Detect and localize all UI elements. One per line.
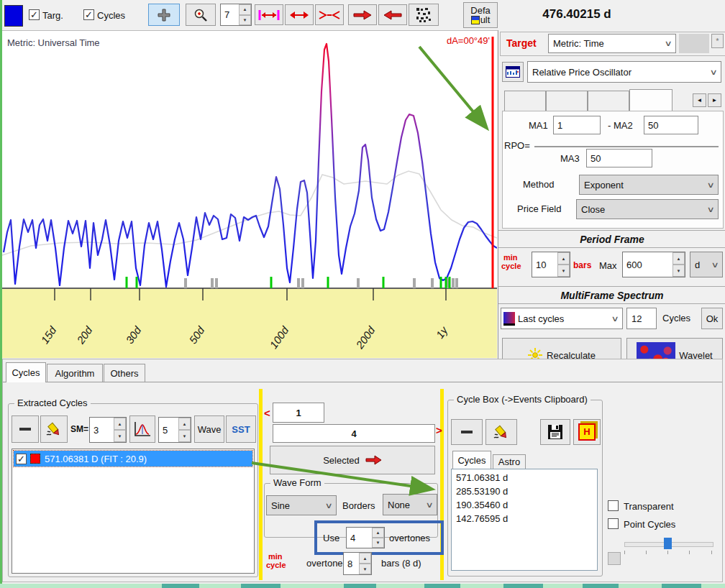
price-field-select[interactable]: Close∨	[576, 199, 719, 219]
shift-left-button[interactable]	[378, 4, 407, 25]
min-cycle-value[interactable]: 10	[532, 252, 557, 277]
bounded-range-button[interactable]	[255, 4, 283, 25]
save-cycles-button[interactable]	[540, 419, 570, 445]
erase-cycles-button[interactable]	[40, 415, 68, 443]
slider-thumb[interactable]	[664, 538, 672, 549]
cycle-box-item[interactable]: 285.53190 d	[456, 486, 508, 497]
oscillator-tab-4[interactable]	[629, 89, 672, 111]
tab-scroll-left-button[interactable]: ◄	[693, 93, 706, 107]
min-cycle-spinner[interactable]: 10 ▲▼	[532, 252, 570, 277]
zoom-level-up[interactable]: ▲	[239, 4, 251, 15]
tab-others[interactable]: Others	[104, 364, 145, 382]
min-cycle-up[interactable]: ▲	[557, 252, 570, 265]
sm-value[interactable]: 3	[90, 418, 114, 442]
method-select[interactable]: Exponent∨	[579, 175, 719, 195]
zoom-button[interactable]	[186, 4, 216, 26]
sm-spinner[interactable]: 3 ▲▼	[89, 417, 127, 443]
method-label: Method	[523, 179, 554, 190]
overtones-value[interactable]: 4	[347, 528, 372, 548]
window-left-border	[0, 0, 2, 584]
cycle-enabled-checkbox[interactable]: ✓	[16, 454, 27, 464]
cycle-count-input[interactable]: 4	[273, 424, 435, 443]
ma2-input[interactable]: 50	[644, 116, 698, 134]
ok-button[interactable]: Ok	[701, 308, 723, 329]
overtones-down[interactable]: ▼	[372, 538, 384, 548]
wave-button-label: Wave	[198, 424, 222, 435]
oscillator-select[interactable]: Relative Price Oscillator∨	[527, 61, 721, 83]
cycle-box-tab-astro[interactable]: Astro	[493, 454, 526, 469]
tab-algorithm[interactable]: Algorithm	[47, 364, 103, 382]
cycle-box-erase-button[interactable]	[485, 419, 517, 445]
targ-checkbox[interactable]: ✓	[29, 9, 40, 20]
extracted-cycle-row[interactable]: ✓ 571.06381 D (FIT : 20.9)	[14, 451, 252, 467]
expand-range-button[interactable]	[285, 4, 314, 25]
wave-type-select[interactable]: Sine∨	[266, 495, 337, 515]
indicator-chart-button[interactable]	[502, 62, 524, 82]
max-cycle-spinner[interactable]: 600 ▲▼	[622, 252, 685, 277]
cycle-box-remove-button[interactable]	[451, 419, 483, 445]
overtone-up[interactable]: ▲	[359, 553, 371, 564]
cycle-box-list[interactable]: 571.06381 d 285.53190 d 190.35460 d 142.…	[451, 469, 598, 571]
oscillator-tab-3[interactable]	[588, 91, 629, 111]
metric-select[interactable]: Metric: Time∨	[548, 34, 676, 53]
cycles-count-input[interactable]: 12	[626, 308, 657, 329]
extracted-cycles-list[interactable]: ✓ 571.06381 D (FIT : 20.9)	[12, 449, 255, 574]
pattern-button[interactable]	[409, 4, 439, 26]
target-label: Target	[506, 37, 537, 49]
default-button[interactable]: Defa ult	[463, 2, 498, 28]
overtone-value[interactable]: 8	[344, 553, 359, 574]
sm-up[interactable]: ▲	[114, 418, 126, 430]
selected-button[interactable]: Selected	[270, 446, 435, 474]
ma3-label: MA3	[560, 153, 580, 164]
ma1-input[interactable]: 1	[553, 116, 601, 134]
oscillator-tab-2[interactable]	[546, 91, 588, 111]
point-cycles-checkbox[interactable]	[608, 518, 619, 529]
zoom-level-spinner[interactable]: 7 ▲▼	[220, 4, 252, 26]
wave-button[interactable]: Wave	[194, 415, 224, 443]
cycle-box-item[interactable]: 190.35460 d	[456, 500, 508, 510]
prev-cycle-button[interactable]: <	[264, 407, 270, 419]
tab-scroll-right-button[interactable]: ►	[708, 93, 721, 107]
bell-value[interactable]: 5	[159, 418, 178, 442]
star-button[interactable]: *	[711, 34, 724, 48]
sst-button[interactable]: SST	[226, 415, 256, 443]
crosshair-button[interactable]	[148, 4, 180, 26]
opacity-slider[interactable]	[624, 538, 712, 549]
overtone-spinner[interactable]: 8 ▲▼	[343, 552, 372, 575]
cycle-box-item[interactable]: 142.76595 d	[456, 513, 508, 524]
cycle-box-tab-cycles[interactable]: Cycles	[452, 451, 491, 469]
cycles-checkbox[interactable]: ✓	[83, 9, 94, 20]
unit-select[interactable]: d∨	[690, 252, 723, 277]
max-cycle-value[interactable]: 600	[623, 252, 672, 277]
cycle-box-item[interactable]: 571.06381 d	[456, 472, 508, 483]
oscillator-tab-1[interactable]	[504, 91, 546, 111]
max-cycle-up[interactable]: ▲	[672, 252, 685, 265]
bell-up[interactable]: ▲	[178, 418, 191, 430]
sst-button-label: SST	[232, 424, 250, 435]
overtones-spinner[interactable]: 4 ▲▼	[346, 527, 385, 548]
max-cycle-down[interactable]: ▼	[672, 265, 685, 277]
overtone-down[interactable]: ▼	[359, 564, 371, 574]
transparent-checkbox[interactable]	[608, 500, 619, 511]
bell-down[interactable]: ▼	[178, 430, 191, 442]
borders-select[interactable]: None∨	[383, 494, 437, 515]
shrink-range-button[interactable]	[315, 4, 344, 25]
tab-cycles[interactable]: Cycles	[6, 362, 46, 382]
overtones-up[interactable]: ▲	[372, 528, 384, 538]
history-button[interactable]: H	[573, 419, 601, 445]
color-swatch[interactable]	[4, 5, 23, 27]
ma3-input[interactable]: 50	[586, 149, 652, 167]
spectrum-chart[interactable]: 15d20d30d50d100d200d1y Metric: Universal…	[2, 30, 497, 358]
min-cycle-down[interactable]: ▼	[557, 265, 570, 277]
next-cycle-button[interactable]: >	[436, 424, 442, 436]
bell-curve-button[interactable]	[129, 415, 155, 443]
shift-right-button[interactable]	[348, 4, 377, 25]
tab-algorithm-label: Algorithm	[55, 368, 95, 379]
last-cycles-select[interactable]: Last cycles∨	[501, 308, 623, 329]
cycle-index-input[interactable]: 1	[273, 403, 324, 423]
sm-down[interactable]: ▼	[114, 430, 126, 442]
zoom-level-value[interactable]: 7	[221, 4, 239, 25]
bell-spinner[interactable]: 5 ▲▼	[158, 417, 191, 443]
remove-cycle-button[interactable]	[12, 415, 39, 443]
zoom-level-down[interactable]: ▼	[239, 15, 251, 26]
